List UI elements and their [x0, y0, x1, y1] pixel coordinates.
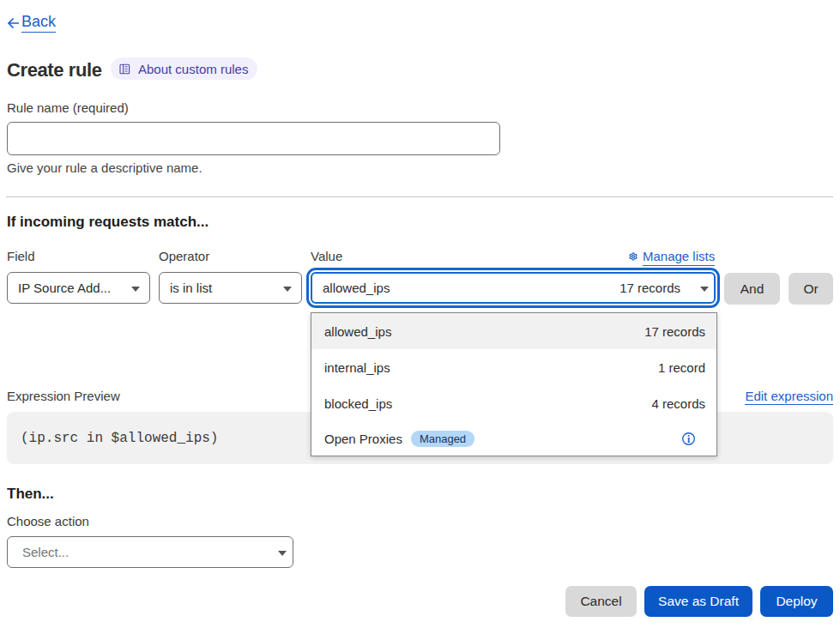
- svg-text:i: i: [687, 433, 691, 444]
